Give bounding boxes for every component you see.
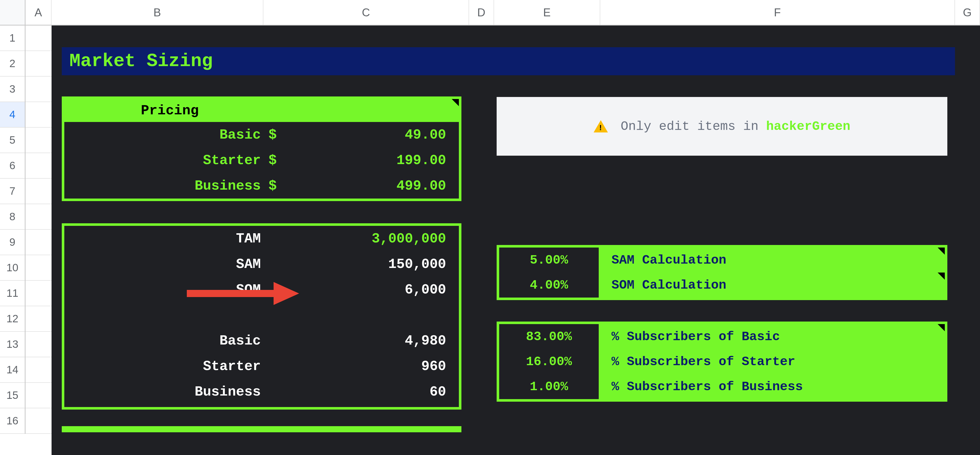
calc-row-sam[interactable]: 5.00% SAM Calculation [499,248,945,272]
row-header-15[interactable]: 15 [0,383,25,408]
market-label: SAM [64,256,269,272]
market-value: 150,000 [269,256,459,272]
market-label: Starter [64,358,269,374]
row-header-3[interactable]: 3 [0,76,25,102]
subs-desc: % Subscribers of Business [606,379,803,394]
note-indicator-icon[interactable] [938,248,945,255]
pricing-box: Pricing Basic $ 49.00 Starter $ 199.00 B… [62,97,461,201]
row-header-2[interactable]: 2 [0,51,25,76]
row-header-8[interactable]: 8 [0,204,25,230]
pricing-header-label: Pricing [141,103,199,118]
note-indicator-icon[interactable] [938,272,945,280]
calc-desc: SOM Calculation [606,278,726,293]
row-header-6[interactable]: 6 [0,153,25,179]
svg-marker-1 [274,282,299,305]
subs-pct: 83.00% [499,324,599,349]
row-header-1[interactable]: 1 [0,25,25,51]
market-row-basic[interactable]: Basic 4,980 [64,328,459,353]
pricing-label: Basic [64,127,269,143]
arrow-annotation-icon [184,278,302,299]
column-header-G[interactable]: G [955,0,980,25]
column-header-E[interactable]: E [494,0,600,25]
market-row-sam[interactable]: SAM 150,000 [64,251,459,277]
column-headers: A B C D E F G [0,0,980,25]
warning-icon [593,120,608,132]
pricing-header[interactable]: Pricing [64,99,459,122]
currency-symbol: $ [269,178,284,194]
notice-highlight: hackerGreen [766,119,850,134]
market-label: Basic [64,333,269,348]
edit-notice: Only edit items in hackerGreen [496,97,947,156]
notice-prefix: Only edit items in [620,119,766,134]
market-box: TAM 3,000,000 SAM 150,000 SOM 6,000 Basi… [62,223,461,410]
spreadsheet: A B C D E F G 1 2 3 4 5 6 7 8 9 10 11 12… [0,0,980,455]
column-header-D[interactable]: D [469,0,494,25]
subs-row-business[interactable]: 1.00% % Subscribers of Business [499,374,945,399]
row-header-16[interactable]: 16 [0,408,25,434]
currency-symbol: $ [269,127,284,143]
subs-pct: 1.00% [499,374,599,399]
pricing-label: Business [64,178,269,194]
currency-symbol: $ [269,153,284,168]
row-header-7[interactable]: 7 [0,179,25,204]
row-header-13[interactable]: 13 [0,332,25,357]
pricing-value: 499.00 [284,178,459,194]
subs-desc: % Subscribers of Basic [606,329,780,344]
column-header-B[interactable]: B [52,0,263,25]
column-header-C[interactable]: C [263,0,469,25]
market-row-starter[interactable]: Starter 960 [64,353,459,379]
pricing-label: Starter [64,153,269,168]
market-label: Business [64,384,269,399]
market-value: 4,980 [269,333,459,348]
page-title: Market Sizing [69,51,213,72]
pricing-row-business[interactable]: Business $ 499.00 [64,173,459,199]
market-value: 960 [269,358,459,374]
next-box-top [62,426,461,432]
subscribers-box: 83.00% % Subscribers of Basic 16.00% % S… [496,321,947,402]
title-bar[interactable]: Market Sizing [62,47,955,75]
subs-desc: % Subscribers of Starter [606,355,795,369]
column-header-F[interactable]: F [600,0,955,25]
select-all-corner[interactable] [0,0,25,25]
pricing-row-starter[interactable]: Starter $ 199.00 [64,148,459,173]
subs-row-starter[interactable]: 16.00% % Subscribers of Starter [499,349,945,374]
grid[interactable]: Market Sizing Pricing Basic $ 49.00 Star… [25,25,980,455]
row-headers: 1 2 3 4 5 6 7 8 9 10 11 12 13 14 15 16 [0,25,25,434]
market-row-tam[interactable]: TAM 3,000,000 [64,226,459,251]
row-header-14[interactable]: 14 [0,357,25,383]
market-label: TAM [64,231,269,247]
calc-desc: SAM Calculation [606,253,726,267]
calc-pct: 5.00% [499,248,599,272]
subs-pct: 16.00% [499,349,599,374]
calc-row-som[interactable]: 4.00% SOM Calculation [499,272,945,298]
pricing-value: 49.00 [284,127,459,143]
pricing-row-basic[interactable]: Basic $ 49.00 [64,122,459,148]
market-value: 3,000,000 [269,231,459,247]
note-indicator-icon[interactable] [938,324,945,331]
pricing-value: 199.00 [284,153,459,168]
market-value: 60 [269,384,459,399]
row-header-4[interactable]: 4 [0,102,25,127]
row-header-11[interactable]: 11 [0,281,25,306]
calc-box: 5.00% SAM Calculation 4.00% SOM Calculat… [496,245,947,300]
row-header-5[interactable]: 5 [0,127,25,153]
market-row-business[interactable]: Business 60 [64,379,459,404]
calc-pct: 4.00% [499,272,599,298]
row-header-12[interactable]: 12 [0,306,25,332]
notice-text: Only edit items in hackerGreen [620,119,850,134]
note-indicator-icon[interactable] [452,99,459,106]
row-header-10[interactable]: 10 [0,255,25,281]
column-A-background [25,25,52,455]
row-header-9[interactable]: 9 [0,230,25,255]
column-header-A[interactable]: A [25,0,52,25]
subs-row-basic[interactable]: 83.00% % Subscribers of Basic [499,324,945,349]
